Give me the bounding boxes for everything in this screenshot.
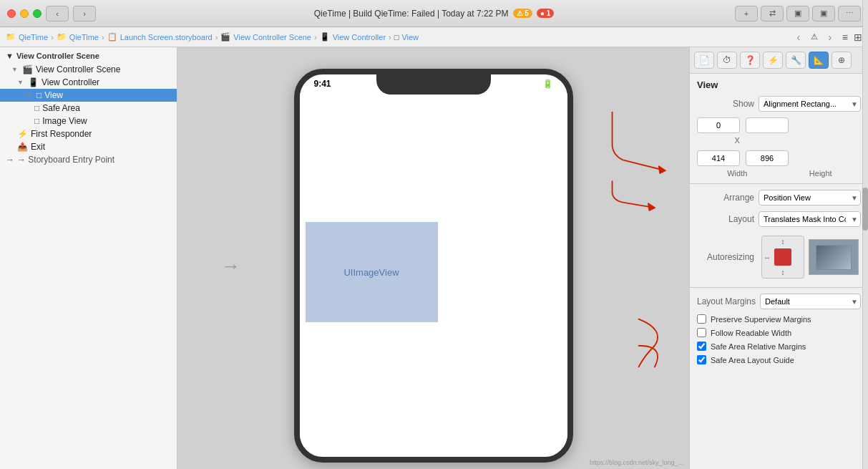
view-toggle-3[interactable]: ⋯ [838, 6, 861, 21]
breadcrumb-right: ‹ ⚠ › ≡ ⊞ [792, 31, 862, 44]
layout-select-wrapper[interactable]: Translates Mask Into Con... ▼ [759, 211, 861, 227]
breadcrumb-icon-scene: 🎬 [220, 32, 230, 42]
swap-button[interactable]: ⇄ [761, 6, 784, 21]
breadcrumb-list-icon: ≡ [842, 32, 848, 43]
iphone-mockup[interactable]: 9:41 🔋 UIImageView [294, 69, 573, 463]
layout-margins-label: Layout Margins [697, 296, 756, 306]
close-dot[interactable] [7, 9, 16, 18]
sidebar-section-icon: ▼ [6, 52, 14, 60]
view-toggle-2[interactable]: ▣ [812, 6, 835, 21]
sidebar-label-image-view: Image View [42, 116, 87, 126]
sidebar-label-vc: View Controller [42, 77, 99, 87]
phone-battery-icon: 🔋 [542, 79, 553, 89]
breadcrumb-warning-icon: ⚠ [811, 32, 818, 42]
arrange-select[interactable]: Position View [759, 190, 861, 206]
inspector-help-btn[interactable]: ❓ [740, 52, 760, 69]
autoresizing-inner-box [774, 248, 791, 266]
image-view-placeholder[interactable]: UIImageView [306, 222, 438, 322]
breadcrumb-scene[interactable]: View Controller Scene [233, 33, 311, 42]
titlebar-title: QieTime | Build QieTime: Failed | Today … [314, 9, 555, 19]
thumbnail-image [816, 245, 852, 270]
layout-row: Layout Translates Mask Into Con... ▼ [690, 208, 868, 230]
breadcrumb-qietime2[interactable]: QieTime [69, 33, 99, 42]
window-controls: ‹ › [7, 6, 96, 21]
relative-margins-label: Safe Area Relative Margins [711, 342, 806, 351]
preserve-margins-label: Preserve Superview Margins [711, 315, 811, 324]
scene-icon: 🎬 [22, 64, 33, 74]
breadcrumb-next[interactable]: › [824, 31, 837, 44]
sidebar-label-safe-area: Safe Area [42, 103, 80, 113]
layout-margins-control: Default Fixed Directional ▼ [760, 294, 861, 309]
add-button[interactable]: + [735, 6, 758, 21]
relative-margins-checkbox[interactable] [697, 342, 706, 351]
svg-marker-0 [659, 166, 665, 173]
inspector-file-btn[interactable]: 📄 [694, 52, 714, 69]
breadcrumb-view[interactable]: View [401, 33, 419, 42]
titlebar-text: QieTime | Build QieTime: Failed | Today … [314, 9, 509, 19]
inspector-time-btn[interactable]: ⏱ [717, 52, 737, 69]
breadcrumb-icon-folder: 📁 [6, 32, 16, 42]
x-input[interactable] [697, 117, 740, 133]
sidebar-label-view: View [44, 90, 63, 100]
xy-fields: X [690, 115, 868, 148]
sidebar-section-title: View Controller Scene [16, 52, 99, 60]
inspector-connect-btn[interactable]: ⊕ [832, 52, 852, 69]
autoresizing-widget: ↕ ↕ ↔ [761, 236, 804, 279]
wh-labels: Width Height [697, 169, 861, 178]
autoresizing-thumbnail [809, 239, 859, 275]
sidebar-item-safe-area[interactable]: □ Safe Area [0, 102, 177, 115]
preserve-margins-checkbox[interactable] [697, 314, 706, 324]
sidebar-item-view-controller-scene[interactable]: ▼ 🎬 View Controller Scene [0, 63, 177, 76]
show-select-wrapper[interactable]: Alignment Rectang... Frame Rectangle ▼ [759, 96, 861, 112]
breadcrumb-viewcontroller[interactable]: View Controller [333, 33, 386, 42]
nav-forward-button[interactable]: › [73, 6, 96, 21]
maximize-dot[interactable] [33, 9, 42, 18]
layout-guide-checkbox[interactable] [697, 355, 706, 364]
breadcrumb-icon-vc: 📱 [320, 32, 330, 42]
sidebar: ▼ View Controller Scene ▼ 🎬 View Control… [0, 47, 177, 469]
inspector-size-btn[interactable]: 📐 [809, 52, 829, 69]
inspector-scrollbar[interactable] [862, 47, 868, 469]
arrange-label: Arrange [697, 193, 754, 203]
canvas-area[interactable]: → 9:41 🔋 UIImageView [177, 47, 689, 469]
sidebar-item-storyboard-entry[interactable]: → → Storyboard Entry Point [0, 153, 177, 166]
viewcontroller-icon: 📱 [28, 77, 39, 87]
entry-arrow-icon: → [6, 155, 14, 165]
layout-control: Translates Mask Into Con... ▼ [759, 211, 861, 227]
readable-width-row: Follow Readable Width [690, 326, 868, 339]
margins-select-wrapper[interactable]: Default Fixed Directional ▼ [760, 294, 861, 309]
svg-marker-1 [648, 203, 655, 211]
arrange-control: Position View ▼ [759, 190, 861, 206]
inspector-id-btn[interactable]: ⚡ [763, 52, 783, 69]
margins-select[interactable]: Default Fixed Directional [760, 294, 861, 309]
readable-width-checkbox[interactable] [697, 328, 706, 337]
inspector-scrollbar-thumb[interactable] [862, 188, 868, 231]
sidebar-item-view-controller[interactable]: ▼ 📱 View Controller [0, 76, 177, 89]
sidebar-item-exit[interactable]: 📤 Exit [0, 140, 177, 153]
preserve-margins-row: Preserve Superview Margins [690, 312, 868, 326]
image-view-label: UIImageView [343, 267, 399, 278]
y-input[interactable] [746, 117, 789, 133]
sidebar-item-image-view[interactable]: □ Image View [0, 115, 177, 127]
nav-back-button[interactable]: ‹ [46, 6, 69, 21]
breadcrumb-storyboard[interactable]: Launch Screen.storyboard [120, 33, 213, 42]
view-toggle-1[interactable]: ▣ [786, 6, 809, 21]
height-input[interactable] [746, 150, 789, 166]
sidebar-item-view[interactable]: ▼ □ View [0, 89, 177, 102]
show-select[interactable]: Alignment Rectang... Frame Rectangle [759, 96, 861, 112]
triangle-icon-view: ▼ [26, 92, 32, 99]
minimize-dot[interactable] [20, 9, 29, 18]
breadcrumb-prev[interactable]: ‹ [792, 31, 805, 44]
breadcrumb-grid-icon: ⊞ [854, 32, 862, 43]
breadcrumb-qietime1[interactable]: QieTime [19, 33, 48, 42]
auto-bottom-arrow: ↕ [781, 269, 785, 276]
iphone-notch [376, 74, 491, 95]
autoresizing-row: Autoresizing ↕ ↕ ↔ [690, 230, 868, 284]
sidebar-item-first-responder[interactable]: ⚡ First Responder [0, 127, 177, 140]
height-field-label: Height [781, 169, 862, 178]
arrange-select-wrapper[interactable]: Position View ▼ [759, 190, 861, 206]
breadcrumb-icon-view: □ [394, 33, 399, 42]
layout-select[interactable]: Translates Mask Into Con... [759, 211, 861, 227]
inspector-attr-btn[interactable]: 🔧 [786, 52, 806, 69]
width-input[interactable] [697, 150, 740, 166]
